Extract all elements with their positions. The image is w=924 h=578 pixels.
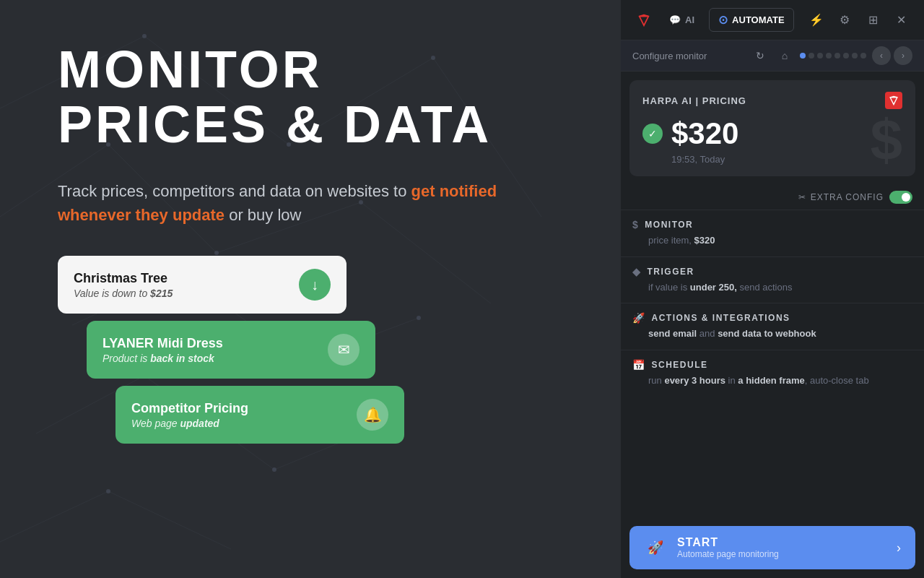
dot-2[interactable]	[808, 53, 814, 59]
harpa-badge	[885, 92, 902, 109]
config-label: Configure monitor	[632, 51, 745, 61]
price-display: ✓ $320	[642, 116, 902, 151]
nav-prev[interactable]: ‹	[872, 46, 891, 65]
start-rocket-icon: 🚀	[644, 536, 667, 559]
home-icon[interactable]: ⌂	[775, 46, 794, 65]
price-value: $320	[671, 116, 738, 151]
nav-next[interactable]: ›	[894, 46, 912, 65]
dot-6[interactable]	[843, 53, 849, 59]
card-email-icon: ✉	[328, 334, 359, 366]
automate-circle-icon: ⊙	[718, 13, 728, 27]
start-label: START	[677, 536, 886, 549]
section-monitor: $ MONITOR price item, $320	[621, 210, 924, 256]
card-down-icon: ↓	[299, 269, 331, 301]
calendar-icon: 📅	[632, 359, 646, 371]
price-card-title: HARPA AI | PRICING	[642, 95, 746, 106]
price-card-header: HARPA AI | PRICING	[642, 92, 902, 109]
dot-8[interactable]	[860, 53, 866, 59]
extra-config-toggle[interactable]	[889, 191, 912, 204]
dot-3[interactable]	[817, 53, 823, 59]
start-btn-text: START Automate page monitoring	[677, 536, 886, 559]
start-subtitle: Automate page monitoring	[677, 549, 886, 559]
card-subtitle: Value is down to $215	[74, 288, 299, 299]
section-trigger: ◆ TRIGGER if value is under 250, send ac…	[621, 256, 924, 303]
close-icon[interactable]: ✕	[890, 9, 912, 32]
card-title: Christmas Tree	[74, 271, 299, 286]
dollar-icon: $	[632, 219, 639, 230]
start-arrow-icon: ›	[897, 540, 901, 556]
subtitle-plain: Track prices, competitors and data on we…	[58, 182, 411, 200]
bolt-icon[interactable]: ⚡	[806, 9, 828, 32]
config-nav: ‹ ›	[872, 46, 912, 65]
card-text: LYANER Midi Dress Product is back in sto…	[103, 336, 328, 364]
dollar-bg: $	[871, 111, 903, 169]
card-lyaner-dress[interactable]: LYANER Midi Dress Product is back in sto…	[87, 321, 375, 379]
section-trigger-title: ◆ TRIGGER	[632, 266, 912, 277]
ai-label: AI	[685, 14, 694, 25]
section-trigger-desc: if value is under 250, send actions	[648, 280, 912, 295]
section-schedule-title: 📅 SCHEDULE	[632, 359, 912, 371]
right-panel: 💬 AI ⊙ AUTOMATE ⚡ ⚙ ⊞ ✕ Configure monito…	[621, 0, 924, 578]
layout-icon[interactable]: ⊞	[862, 9, 884, 32]
card-subtitle: Product is back in stock	[103, 353, 328, 364]
automate-label: AUTOMATE	[732, 14, 784, 25]
left-panel: MONITOR PRICES & DATA Track prices, comp…	[0, 0, 621, 578]
subtitle: Track prices, competitors and data on we…	[58, 179, 520, 227]
settings-icon[interactable]: ⚙	[834, 9, 856, 32]
card-subtitle: Web page updated	[131, 418, 357, 429]
title-line1: MONITOR	[58, 43, 578, 95]
card-text: Christmas Tree Value is down to $215	[74, 271, 299, 299]
dot-7[interactable]	[852, 53, 858, 59]
card-christmas-tree[interactable]: Christmas Tree Value is down to $215 ↓	[58, 256, 346, 314]
price-check-icon: ✓	[642, 124, 663, 144]
harpa-icon[interactable]	[632, 9, 655, 32]
automate-button[interactable]: ⊙ AUTOMATE	[709, 8, 793, 32]
diamond-icon: ◆	[632, 266, 642, 277]
card-competitor-pricing[interactable]: Competitor Pricing Web page updated 🔔	[116, 386, 404, 444]
card-title: LYANER Midi Dress	[103, 336, 328, 351]
dot-4[interactable]	[826, 53, 832, 59]
dot-1[interactable]	[800, 53, 806, 59]
section-monitor-title: $ MONITOR	[632, 219, 912, 230]
price-time: 19:53, Today	[671, 154, 902, 165]
page-dots	[800, 53, 866, 59]
scissors-icon: ✂	[798, 192, 806, 202]
rocket-icon: 🚀	[632, 312, 646, 324]
toolbar: 💬 AI ⊙ AUTOMATE ⚡ ⚙ ⊞ ✕	[621, 0, 924, 40]
section-actions-title: 🚀 ACTIONS & INTEGRATIONS	[632, 312, 912, 324]
extra-config-label: ✂ EXTRA CONFIG	[798, 192, 884, 202]
start-button[interactable]: 🚀 START Automate page monitoring ›	[629, 526, 915, 569]
section-actions: 🚀 ACTIONS & INTEGRATIONS send email and …	[621, 303, 924, 350]
section-monitor-desc: price item, $320	[648, 233, 912, 248]
extra-config-bar: ✂ EXTRA CONFIG	[621, 185, 924, 210]
card-bell-icon: 🔔	[357, 399, 388, 431]
monitor-cards: Christmas Tree Value is down to $215 ↓ L…	[58, 256, 578, 451]
section-actions-desc: send email and send data to webhook	[648, 327, 912, 341]
title-line2: PRICES & DATA	[58, 98, 578, 150]
price-card: HARPA AI | PRICING ✓ $320 19:53, Today $	[629, 80, 915, 176]
subtitle-end: or buy low	[225, 206, 301, 224]
refresh-icon[interactable]: ↻	[751, 46, 770, 65]
ai-button[interactable]: 💬 AI	[661, 10, 703, 30]
section-schedule-desc: run every 3 hours in a hidden frame, aut…	[648, 374, 912, 388]
chat-icon: 💬	[669, 14, 681, 25]
section-schedule: 📅 SCHEDULE run every 3 hours in a hidden…	[621, 350, 924, 397]
config-bar: Configure monitor ↻ ⌂ ‹ ›	[621, 40, 924, 72]
dot-5[interactable]	[834, 53, 840, 59]
card-title: Competitor Pricing	[131, 401, 357, 416]
card-text: Competitor Pricing Web page updated	[131, 401, 357, 429]
